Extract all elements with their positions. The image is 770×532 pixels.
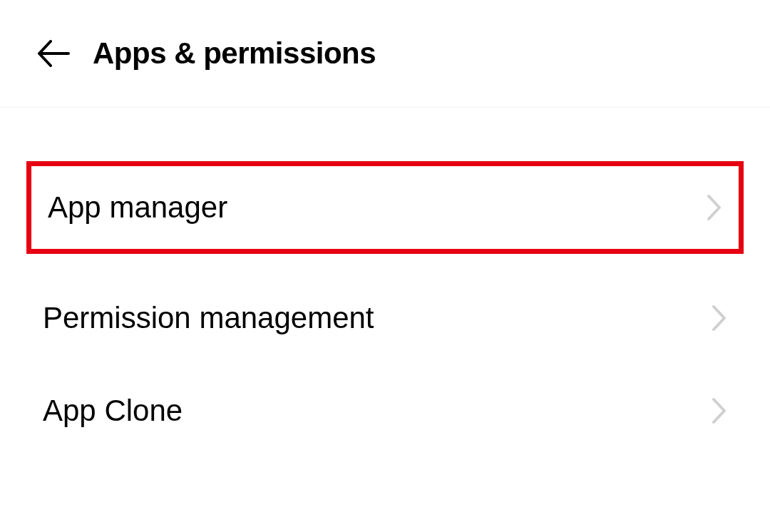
list-item-label: App manager — [48, 190, 227, 225]
list-item-label: App Clone — [43, 394, 183, 428]
chevron-right-icon — [712, 397, 727, 424]
chevron-right-icon — [712, 305, 727, 332]
list-item-permission-management[interactable]: Permission management — [0, 272, 770, 364]
list-item-app-manager[interactable]: App manager — [26, 161, 744, 254]
content: App manager Permission management App Cl… — [0, 108, 770, 457]
back-button[interactable] — [36, 36, 71, 71]
page-title: Apps & permissions — [93, 36, 376, 71]
list-item-label: Permission management — [43, 301, 374, 335]
chevron-right-icon — [707, 194, 722, 221]
header: Apps & permissions — [0, 0, 770, 108]
list-item-app-clone[interactable]: App Clone — [0, 364, 770, 457]
back-arrow-icon — [37, 40, 70, 67]
